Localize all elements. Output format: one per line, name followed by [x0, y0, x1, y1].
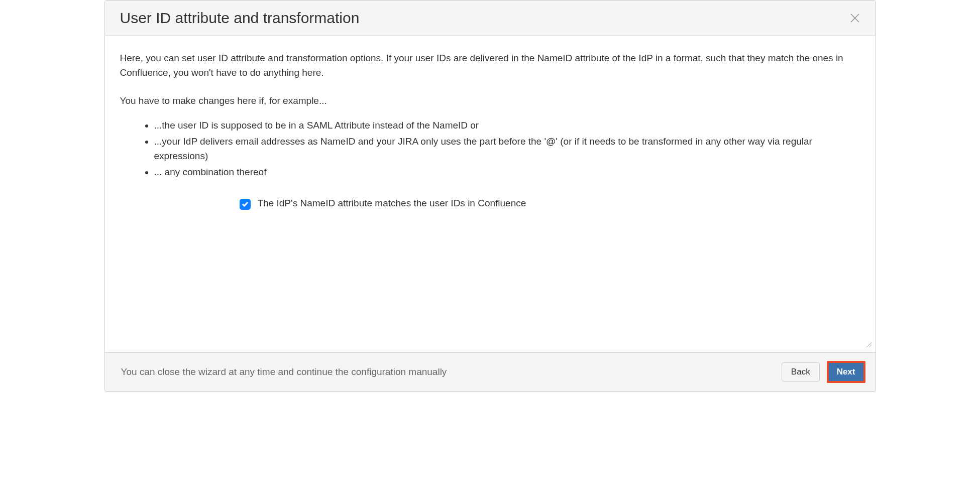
dialog-body: Here, you can set user ID attribute and … [105, 36, 876, 352]
footer-buttons: Back Next [782, 361, 865, 383]
close-icon[interactable] [849, 13, 860, 24]
next-button-highlight: Next [827, 361, 865, 383]
footer-hint-text: You can close the wizard at any time and… [115, 366, 447, 378]
svg-line-2 [866, 342, 872, 347]
dialog-header: User ID attribute and transformation [105, 1, 876, 36]
list-item: ...your IdP delivers email addresses as … [154, 135, 860, 163]
checkbox-row: The IdP's NameID attribute matches the u… [240, 198, 860, 210]
dialog-title: User ID attribute and transformation [120, 10, 360, 27]
next-button[interactable]: Next [829, 363, 863, 381]
dialog-container: User ID attribute and transformation Her… [104, 0, 876, 392]
list-item: ... any combination thereof [154, 165, 860, 180]
dialog-footer: You can close the wizard at any time and… [105, 352, 876, 391]
resize-handle-icon[interactable] [865, 341, 872, 348]
changes-intro-text: You have to make changes here if, for ex… [120, 94, 860, 108]
description-text: Here, you can set user ID attribute and … [120, 51, 860, 80]
changes-list: ...the user ID is supposed to be in a SA… [120, 118, 860, 180]
list-item: ...the user ID is supposed to be in a SA… [154, 118, 860, 133]
svg-line-3 [869, 345, 872, 347]
back-button[interactable]: Back [782, 362, 820, 382]
nameid-match-checkbox[interactable] [240, 199, 251, 210]
checkbox-label: The IdP's NameID attribute matches the u… [258, 198, 526, 209]
